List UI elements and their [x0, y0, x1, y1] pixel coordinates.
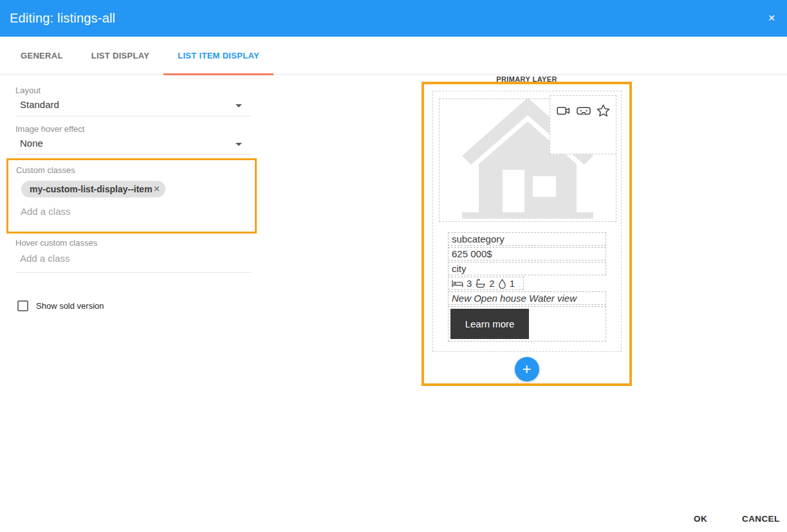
add-class-input[interactable]	[21, 206, 233, 217]
layout-value: Standard	[20, 99, 59, 110]
cancel-button[interactable]: CANCEL	[742, 514, 780, 524]
learn-more-area[interactable]: Learn more	[448, 306, 606, 342]
media-icons-area[interactable]	[550, 95, 616, 154]
list-item-preview: PRIMARY LAYER	[421, 73, 632, 388]
layout-field: Layout Standard	[15, 86, 251, 116]
custom-classes-label: Custom classes	[16, 165, 255, 175]
image-hover-select[interactable]: None	[15, 134, 251, 155]
hover-custom-classes-label: Hover custom classes	[15, 238, 251, 248]
chip-remove-icon[interactable]: ×	[154, 185, 160, 194]
edit-dialog: Editing: listings-all × GENERAL LIST DIS…	[0, 0, 787, 532]
chevron-down-icon	[236, 143, 242, 146]
show-sold-label: Show sold version	[36, 301, 104, 311]
chip-label: my-custom-list-display--item	[30, 184, 153, 194]
ok-button[interactable]: OK	[694, 514, 707, 524]
bathtub-icon	[475, 279, 486, 289]
show-sold-version-option[interactable]: Show sold version	[17, 300, 104, 311]
bed-icon	[452, 279, 463, 288]
hover-custom-classes-section: Hover custom classes	[15, 238, 251, 273]
water-drop-icon	[498, 279, 506, 289]
tab-general[interactable]: GENERAL	[6, 51, 77, 75]
water-count: 1	[510, 277, 515, 290]
show-sold-checkbox[interactable]	[17, 300, 28, 311]
layout-select[interactable]: Standard	[15, 95, 251, 116]
hover-add-class-input[interactable]	[20, 253, 232, 264]
city-field[interactable]: city	[448, 262, 606, 275]
video-camera-icon	[557, 104, 571, 117]
price-field[interactable]: 625 000$	[448, 247, 606, 261]
image-hover-value: None	[20, 138, 43, 149]
stats-field[interactable]: 3 2 1	[448, 277, 524, 290]
subcategory-field[interactable]: subcategory	[448, 232, 606, 246]
tab-list-display[interactable]: LIST DISPLAY	[77, 51, 164, 75]
tab-bar: GENERAL LIST DISPLAY LIST ITEM DISPLAY	[0, 37, 787, 75]
beds-count: 3	[467, 277, 472, 290]
dialog-header: Editing: listings-all ×	[0, 0, 787, 37]
vr-goggles-icon	[577, 104, 591, 117]
listing-fields: subcategory 625 000$ city 3	[448, 232, 606, 343]
add-element-button[interactable]: +	[515, 357, 539, 381]
description-field[interactable]: New Open house Water view	[448, 291, 606, 305]
star-icon	[597, 104, 610, 117]
dialog-title: Editing: listings-all	[0, 11, 115, 26]
image-hover-field: Image hover effect None	[15, 124, 251, 155]
primary-layer-label: PRIMARY LAYER	[421, 75, 632, 83]
preview-card[interactable]: subcategory 625 000$ city 3	[432, 91, 622, 352]
tab-list-item-display[interactable]: LIST ITEM DISPLAY	[163, 51, 273, 75]
baths-count: 2	[489, 277, 494, 290]
custom-classes-section: Custom classes my-custom-list-display--i…	[6, 158, 257, 234]
layout-label: Layout	[15, 86, 251, 95]
chevron-down-icon	[236, 104, 242, 107]
custom-class-chip: my-custom-list-display--item ×	[21, 181, 165, 197]
plus-icon: +	[522, 360, 531, 378]
image-hover-label: Image hover effect	[15, 124, 251, 134]
close-icon[interactable]: ×	[764, 10, 779, 26]
learn-more-button[interactable]: Learn more	[450, 309, 529, 339]
